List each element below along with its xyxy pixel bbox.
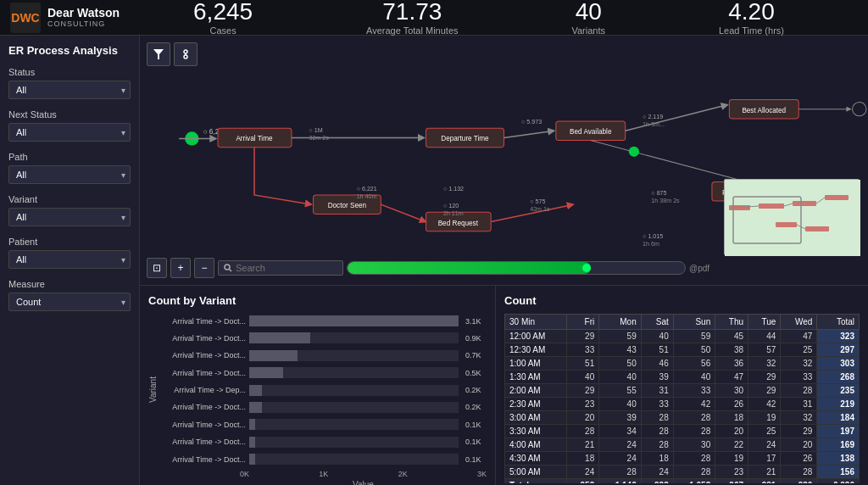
table-header-cell: Fri bbox=[567, 315, 599, 330]
bar-fill bbox=[249, 419, 255, 430]
bar-fill bbox=[249, 454, 255, 465]
table-cell: 20 bbox=[781, 438, 817, 452]
bar-fill bbox=[249, 315, 459, 326]
table-cell: 28 bbox=[673, 425, 715, 438]
layout-icon-button[interactable] bbox=[174, 42, 198, 66]
table-header-cell: Mon bbox=[599, 315, 642, 330]
filter-measure-wrapper[interactable]: Count bbox=[8, 293, 131, 311]
table-cell: 28 bbox=[781, 384, 817, 398]
filter-patient-wrapper[interactable]: All bbox=[8, 250, 131, 269]
table-cell: 26 bbox=[781, 452, 817, 465]
x-axis-label: 1K bbox=[319, 470, 328, 478]
svg-text:○ 2.119: ○ 2.119 bbox=[643, 114, 663, 120]
kpi-lead-time-value: 4.20 bbox=[719, 0, 784, 24]
svg-text:32m 2s: 32m 2s bbox=[309, 135, 329, 142]
table-cell: 4:00 AM bbox=[505, 438, 567, 452]
table-title: Count bbox=[504, 294, 860, 307]
svg-marker-0 bbox=[153, 49, 164, 59]
filter-status-select[interactable]: All bbox=[8, 81, 131, 99]
table-cell: 28 bbox=[641, 411, 673, 425]
table-cell: 28 bbox=[781, 465, 817, 479]
table-cell: 18 bbox=[567, 452, 599, 465]
filter-status-wrapper[interactable]: All bbox=[8, 81, 131, 99]
bar-fill bbox=[249, 350, 298, 361]
filter-variant: Variant All bbox=[8, 194, 131, 226]
table-cell: 47 bbox=[781, 330, 817, 343]
bar-value: 0.2K bbox=[465, 403, 487, 411]
zoom-in-button[interactable]: + bbox=[170, 258, 191, 278]
table-cell: 32 bbox=[781, 411, 817, 425]
table-cell: 29 bbox=[567, 384, 599, 398]
table-cell: 59 bbox=[673, 330, 715, 343]
bar-value: 0.2K bbox=[465, 386, 487, 394]
chart-x-axis: 0K1K2K3K bbox=[148, 470, 487, 478]
bar-track bbox=[249, 437, 459, 448]
content-area: ○ 6,245 Arrival Time Departure Time Bed … bbox=[140, 36, 868, 485]
filter-next-status-select[interactable]: All bbox=[8, 123, 131, 142]
table-cell: 28 bbox=[567, 425, 599, 438]
table-cell: 25 bbox=[748, 425, 781, 438]
table-cell: 31 bbox=[781, 398, 817, 411]
bar-value: 3.1K bbox=[465, 317, 487, 326]
table-cell: 56 bbox=[673, 357, 715, 371]
svg-point-59 bbox=[225, 265, 230, 270]
table-cell: 3:00 AM bbox=[505, 411, 567, 425]
bar-row: Arrival Time -> Doct... 0.1K bbox=[161, 417, 487, 432]
table-header-cell: Sun bbox=[673, 315, 715, 330]
search-input[interactable] bbox=[236, 263, 337, 273]
filter-path-select[interactable]: All bbox=[8, 165, 131, 184]
svg-text:Arrival Time: Arrival Time bbox=[236, 136, 273, 143]
table-cell: 29 bbox=[781, 425, 817, 438]
table-row: 12:30 AM33435150385725297 bbox=[505, 343, 860, 357]
table-cell: 57 bbox=[748, 343, 781, 357]
table-row: 2:30 AM23403342264231219 bbox=[505, 398, 860, 411]
table-cell: 24 bbox=[641, 465, 673, 479]
bar-fill bbox=[249, 385, 262, 396]
filter-icon-button[interactable] bbox=[147, 42, 170, 66]
filter-patient-select[interactable]: All bbox=[8, 250, 131, 269]
table-cell: 33 bbox=[641, 398, 673, 411]
bar-value: 0.1K bbox=[465, 421, 487, 429]
bar-track bbox=[249, 385, 459, 396]
filter-next-status-wrapper[interactable]: All bbox=[8, 123, 131, 142]
svg-text:○ 5.973: ○ 5.973 bbox=[521, 119, 542, 125]
kpi-avg-minutes-label: Average Total Minutes bbox=[366, 25, 458, 36]
bar-label: Arrival Time -> Doct... bbox=[161, 334, 246, 343]
map-toolbar: ⊡ + − @pdf bbox=[147, 258, 709, 278]
table-row: 3:30 AM28342828202529197 bbox=[505, 425, 860, 438]
filter-next-status: Next Status All bbox=[8, 109, 131, 142]
table-cell: 33 bbox=[781, 371, 817, 384]
filter-patient: Patient All bbox=[8, 237, 131, 269]
bar-row: Arrival Time -> Doct... 3.1K bbox=[161, 314, 487, 328]
logo-area: DWC Dear Watson CONSULTING bbox=[10, 3, 120, 33]
filter-measure-select[interactable]: Count bbox=[8, 293, 131, 311]
table-cell: 23 bbox=[715, 465, 748, 479]
table-cell: 1:30 AM bbox=[505, 371, 567, 384]
svg-point-1 bbox=[184, 50, 187, 53]
table-cell: 33 bbox=[567, 343, 599, 357]
kpi-lead-time: 4.20 Lead Time (hrs) bbox=[719, 0, 784, 36]
bar-label: Arrival Time -> Doct... bbox=[161, 317, 246, 326]
kpi-lead-time-label: Lead Time (hrs) bbox=[719, 25, 784, 36]
table-header-cell: Sat bbox=[641, 315, 673, 330]
search-box[interactable] bbox=[218, 260, 343, 276]
table-row: 12:00 AM29594059454447323 bbox=[505, 330, 860, 343]
filter-variant-wrapper[interactable]: All bbox=[8, 208, 131, 226]
progress-bar[interactable] bbox=[347, 261, 686, 275]
filter-variant-select[interactable]: All bbox=[8, 208, 131, 226]
chart-panel: Count by Variant Variant Arrival Time ->… bbox=[140, 286, 496, 485]
zoom-out-button[interactable]: − bbox=[194, 258, 214, 278]
table-cell: 43 bbox=[599, 343, 642, 357]
svg-text:○ 1.015: ○ 1.015 bbox=[643, 233, 663, 240]
bar-row: Arrival Time -> Doct... 0.7K bbox=[161, 348, 487, 363]
filter-path-label: Path bbox=[8, 152, 131, 162]
table-cell: 2:30 AM bbox=[505, 398, 567, 411]
bar-fill bbox=[249, 332, 310, 343]
filter-path-wrapper[interactable]: All bbox=[8, 165, 131, 184]
svg-text:1h 40m: 1h 40m bbox=[357, 193, 377, 200]
kpi-avg-minutes: 71.73 Average Total Minutes bbox=[366, 0, 458, 36]
table-scroll[interactable]: 30 MinFriMonSatSunThuTueWedTotal12:00 AM… bbox=[504, 314, 860, 483]
svg-point-2 bbox=[184, 55, 187, 59]
chart-x-label: Value bbox=[148, 480, 487, 485]
expand-button[interactable]: ⊡ bbox=[147, 258, 167, 278]
